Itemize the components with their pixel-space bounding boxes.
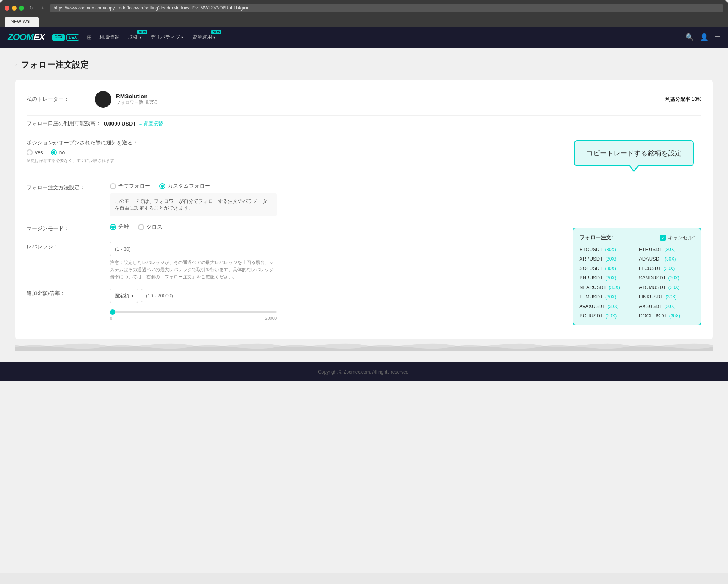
- balance-value: 0.0000 USDT: [104, 121, 136, 127]
- user-icon[interactable]: 👤: [700, 33, 708, 41]
- page-title: フォロー注文設定: [21, 59, 89, 71]
- coin-leverage: (30X): [664, 266, 675, 271]
- nav-trade[interactable]: 取引 ▾ NEW: [128, 34, 141, 41]
- slider-min-label: 0: [110, 316, 112, 320]
- margin-separate-label: 分離: [118, 224, 129, 231]
- browser-tab[interactable]: NEW Wal -: [5, 17, 39, 27]
- coin-item[interactable]: AXSUSDT(30X): [639, 303, 695, 309]
- cancel-label: キャンセル": [668, 234, 695, 241]
- coin-leverage: (30X): [664, 247, 675, 252]
- coin-item[interactable]: BCHUSDT(30X): [579, 313, 635, 319]
- coin-name: LTCUSDT: [639, 265, 661, 271]
- follow-all-radio: [110, 183, 116, 189]
- coin-item[interactable]: ATOMUSDT(30X): [639, 284, 695, 290]
- notification-no[interactable]: no: [51, 149, 65, 155]
- cancel-all-button[interactable]: ✓ キャンセル": [660, 234, 695, 241]
- section-divider: [27, 175, 701, 175]
- coin-item[interactable]: LTCUSDT(30X): [639, 265, 695, 271]
- coin-name: AVAXUSDT: [579, 303, 605, 309]
- coin-leverage: (30X): [664, 304, 675, 309]
- address-bar[interactable]: https://www.zoomex.com/copyTrade/followe…: [50, 4, 723, 12]
- minimize-button[interactable]: [12, 6, 17, 11]
- trader-label: 私のトレーダー：: [27, 96, 95, 103]
- badge-dex[interactable]: DEX: [66, 34, 80, 41]
- coin-leverage: (30X): [605, 294, 616, 300]
- chevron-down-icon: ▾: [131, 293, 134, 298]
- follow-panel-header: フォロー注文: ✓ キャンセル": [579, 234, 695, 241]
- follow-all-label: 全てフォロー: [118, 183, 150, 190]
- follow-method-label: フォロー注文方法設定：: [27, 183, 102, 191]
- amount-type-select[interactable]: 固定額 ▾: [110, 289, 138, 303]
- margin-cross-radio: [138, 224, 144, 230]
- new-tab-button[interactable]: +: [39, 4, 47, 12]
- tooltip-bubble: コピートレードする銘柄を設定: [574, 140, 694, 166]
- coin-leverage: (30X): [665, 294, 676, 300]
- coin-leverage: (30X): [668, 275, 679, 281]
- margin-separate[interactable]: 分離: [110, 224, 129, 231]
- coin-leverage: (30X): [606, 313, 617, 319]
- coin-item[interactable]: ADAUSDT(30X): [639, 256, 695, 262]
- coin-item[interactable]: SANDUSDT(30X): [639, 275, 695, 281]
- coin-item[interactable]: NEARUSDT(30X): [579, 284, 635, 290]
- amount-slider[interactable]: [110, 311, 277, 313]
- coin-item[interactable]: XRPUSDT(30X): [579, 256, 635, 262]
- coin-item[interactable]: BNBUSDT(30X): [579, 275, 635, 281]
- margin-separate-radio: [110, 224, 116, 230]
- balance-section: フォロー口座の利用可能残高： 0.0000 USDT ≡ 資産振替: [27, 115, 701, 132]
- coin-item[interactable]: SOLUSDT(30X): [579, 265, 635, 271]
- coin-name: ETHUSDT: [639, 246, 662, 252]
- follow-all-option[interactable]: 全てフォロー: [110, 183, 150, 190]
- badge-cex[interactable]: CEX: [52, 34, 65, 41]
- tooltip-text: コピートレードする銘柄を設定: [586, 149, 682, 157]
- coin-name: AXSUSDT: [639, 303, 662, 309]
- coin-name: FTMUSDT: [579, 294, 603, 300]
- footer-copyright: Copyright © Zoomex.com. All rights reser…: [318, 369, 410, 375]
- nav-asset[interactable]: 資産運用 ▾ NEW: [192, 34, 215, 41]
- follow-method-control: 全てフォロー カスタムフォロー このモードでは、フォロワーが自分でフォローする注…: [110, 183, 701, 216]
- trader-followers: フォロワー数: 8/250: [116, 99, 157, 106]
- logo[interactable]: ZOOMEX: [8, 32, 45, 42]
- coin-item[interactable]: FTMUSDT(30X): [579, 294, 635, 300]
- wave-border: [15, 339, 713, 351]
- transfer-label: 資産振替: [143, 120, 163, 127]
- coin-leverage: (30X): [605, 256, 616, 262]
- coin-leverage: (30X): [609, 285, 620, 290]
- nav-market[interactable]: 相場情報: [99, 34, 119, 41]
- grid-icon[interactable]: ⊞: [87, 34, 92, 41]
- radio-yes-circle: [27, 149, 33, 155]
- close-button[interactable]: [5, 6, 9, 11]
- maximize-button[interactable]: [19, 6, 24, 11]
- amount-type-label: 固定額: [114, 292, 129, 299]
- search-icon[interactable]: 🔍: [686, 33, 694, 41]
- margin-cross[interactable]: クロス: [138, 224, 162, 231]
- coin-item[interactable]: ETHUSDT(30X): [639, 246, 695, 252]
- cancel-checkbox: ✓: [660, 235, 666, 241]
- coin-leverage: (30X): [668, 285, 679, 290]
- transfer-icon: ≡: [139, 121, 142, 127]
- profit-ratio: 利益分配率10%: [664, 96, 701, 103]
- coin-name: SOLUSDT: [579, 265, 602, 271]
- coin-name: ADAUSDT: [639, 256, 662, 262]
- coin-grid: BTCUSDT(30X)ETHUSDT(30X)XRPUSDT(30X)ADAU…: [579, 246, 695, 319]
- nav-badges: CEX DEX: [52, 34, 79, 41]
- refresh-button[interactable]: ↻: [27, 4, 36, 12]
- notification-yes[interactable]: yes: [27, 149, 43, 155]
- coin-item[interactable]: LINKUSDT(30X): [639, 294, 695, 300]
- coin-name: NEARUSDT: [579, 284, 607, 290]
- back-button[interactable]: ‹: [15, 61, 17, 68]
- coin-item[interactable]: DOGEUSDT(30X): [639, 313, 695, 319]
- top-nav: ZOOMEX CEX DEX ⊞ 相場情報 取引 ▾ NEW デリバティブ ▾ …: [0, 27, 728, 48]
- slider-max-label: 20000: [265, 316, 277, 320]
- nav-links: 相場情報 取引 ▾ NEW デリバティブ ▾ 資産運用 ▾ NEW: [99, 34, 215, 41]
- coin-item[interactable]: AVAXUSDT(30X): [579, 303, 635, 309]
- follow-custom-option[interactable]: カスタムフォロー: [159, 183, 210, 190]
- menu-icon[interactable]: ☰: [714, 33, 720, 41]
- nav-derivatives[interactable]: デリバティブ ▾: [151, 34, 184, 41]
- coin-item[interactable]: BTCUSDT(30X): [579, 246, 635, 252]
- footer: Copyright © Zoomex.com. All rights reser…: [0, 362, 728, 381]
- coin-leverage: (30X): [605, 275, 616, 281]
- coin-name: XRPUSDT: [579, 256, 603, 262]
- transfer-link[interactable]: ≡ 資産振替: [139, 120, 163, 127]
- coin-leverage: (30X): [669, 313, 680, 319]
- page-header: ‹ フォロー注文設定: [15, 59, 713, 71]
